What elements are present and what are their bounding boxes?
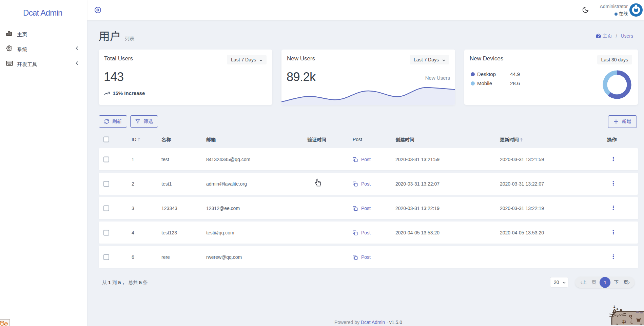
svg-text:z: z — [612, 304, 616, 309]
svg-text:中: 中 — [622, 318, 626, 325]
svg-text:z: z — [616, 306, 619, 311]
